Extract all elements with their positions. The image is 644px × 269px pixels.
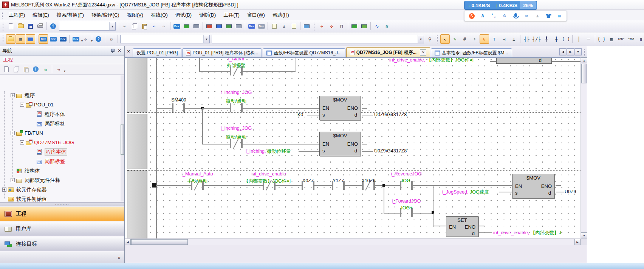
sogou-logo-icon[interactable]: S [467, 11, 477, 20]
punctuation-icon[interactable]: ’, [489, 11, 498, 20]
verify-with-plc-button[interactable] [224, 22, 234, 31]
help-button[interactable]: ? [48, 22, 58, 31]
rung-margin-1[interactable] [127, 58, 147, 112]
voice-input-icon[interactable] [511, 11, 520, 20]
sort-button[interactable]: ⇥▾ [54, 65, 63, 74]
nav-close-icon[interactable]: ✕ [117, 48, 122, 53]
tree-item-QD77MS16_JOG[interactable]: −QD77MS16_JOG [0, 138, 124, 147]
contact-sm400[interactable] [172, 103, 185, 112]
branch-mid-button[interactable]: ⊣ [499, 34, 509, 44]
nav-button-user-library[interactable]: 用户库 [0, 222, 124, 236]
scroll-up-icon[interactable]: ▲ [581, 57, 587, 63]
assign-var-button[interactable]: =VAR [626, 34, 636, 44]
redo-button[interactable]: ↷ [159, 22, 169, 31]
tabstrip-close-icon[interactable]: ✕ [125, 49, 132, 56]
undo-button[interactable]: ↶ [149, 22, 159, 31]
nav-button-connection[interactable]: 连接目标 [0, 237, 124, 251]
nav-button-project[interactable]: 工程 [0, 207, 124, 221]
device-display2-button[interactable]: Dev [48, 34, 58, 44]
monitor-write-button[interactable]: Dev [257, 22, 266, 31]
tree-item-结构体[interactable]: 结构体 [0, 166, 124, 175]
var-label-pair[interactable]: int_drive_enable, 【内部变数】JOG许可 [389, 57, 474, 63]
var-label[interactable]: int_drive_enable [251, 171, 286, 177]
function-block-button[interactable]: ▦ [607, 34, 616, 44]
open-contact-button[interactable]: ┤├ [522, 34, 531, 44]
tree-item-局部软元件注释[interactable]: +局部软元件注释 [0, 175, 124, 185]
open-contact-or-button[interactable]: ╀ [542, 34, 551, 44]
read-from-plc-button[interactable] [214, 22, 224, 31]
tab-基本指令: 函数/FB标签设置 $M...[interactable]: 基本指令: 函数/FB标签设置 $M... [431, 48, 512, 57]
copy-button[interactable] [130, 22, 139, 31]
var-label[interactable]: i_Alarm [228, 57, 244, 61]
device-label[interactable]: Y1Z7 [333, 178, 344, 183]
save-project-button[interactable] [26, 22, 35, 31]
cut-button[interactable]: ✂ [120, 22, 129, 31]
fb-mov3[interactable]: $MOV EN ENO s d [512, 174, 555, 198]
device-display3-button[interactable]: Dev [58, 34, 68, 44]
module-config-button[interactable]: ▦ [16, 34, 25, 44]
help2-button[interactable]: ? [94, 34, 103, 44]
branch-up-button[interactable]: ⊤ [489, 34, 499, 44]
var-assign-button[interactable]: VAR= [616, 34, 626, 44]
scroll-left-icon[interactable]: ◀ [125, 239, 131, 245]
scroll-down-icon[interactable]: ▼ [581, 232, 587, 238]
cross-batch-button[interactable]: ✛▾ [81, 34, 90, 44]
tree-item-局部标签[interactable]: 局部标签 [0, 157, 124, 166]
tab-设置 POU_01 [PRG][interactable]: 设置 POU_01 [PRG] [133, 48, 181, 57]
device-list-button[interactable]: ✜ [327, 22, 336, 31]
fb-set[interactable]: SET EN ENO d [446, 216, 478, 237]
ladder-canvas[interactable]: i_Alarm 外部报警 int_drive_enable, 【内部变数】JOG… [125, 57, 581, 238]
menu-在线(O)[interactable]: 在线(O) [147, 10, 172, 20]
tree-item-程序本体[interactable]: 程序本体 [0, 109, 124, 119]
tree-scrollbar[interactable] [121, 75, 124, 201]
tab-QD77MS16_JOG [FB] 程序...[interactable]: QD77MS16_JOG [FB] 程序...✕ [346, 47, 430, 57]
rising-pulse-button[interactable]: ⇈ [636, 34, 644, 44]
fb-block-partial[interactable]: d [496, 57, 552, 64]
menu-转换/编译(C)[interactable]: 转换/编译(C) [88, 10, 123, 20]
emoji-icon[interactable]: ☺ [500, 11, 509, 20]
remote-operation-button[interactable] [234, 22, 243, 31]
monitor-mode-button[interactable]: Dev [247, 22, 256, 31]
horizontal-scrollbar[interactable]: ◀ ▶ [125, 238, 581, 245]
new-data-button[interactable] [2, 65, 11, 74]
tree-item-程序[interactable]: −程序 [0, 91, 124, 100]
dropdown-arrow-icon[interactable]: ▾ [109, 22, 115, 30]
device-display1-button[interactable]: Dev [39, 34, 48, 44]
nav-more-chevron[interactable]: » [118, 255, 121, 260]
collapse-icon[interactable]: − [20, 140, 24, 144]
operand-dest[interactable]: U0Z9\G4317Z8 [374, 148, 407, 154]
device-comment-button[interactable]: Dev [172, 22, 181, 31]
var-label-pair[interactable]: i_Inching, 微动位移量 [246, 148, 291, 155]
menu-帮助(H)[interactable]: 帮助(H) [269, 10, 293, 20]
tree-item-局部标签[interactable]: 局部标签 [0, 119, 124, 128]
var-label-pair[interactable]: i_JogSpeed, JOG速度 [442, 189, 489, 195]
horizontal-scrollbar-thumb[interactable] [131, 239, 188, 245]
soft-keyboard-icon[interactable]: ⌨ [522, 11, 531, 20]
scroll-right-icon[interactable]: ▶ [574, 239, 581, 245]
device-label[interactable]: SM400 [171, 97, 186, 103]
tree-scrollbar-thumb[interactable] [121, 125, 124, 155]
paste-button[interactable] [139, 22, 149, 31]
branch-low-button[interactable]: ⊥ [509, 34, 519, 44]
menu-窗口(W)[interactable]: 窗口(W) [243, 10, 269, 20]
tab-window-list-icon[interactable]: ▼ [574, 48, 582, 55]
fb-mov2[interactable]: $MOV EN ENO s d [319, 132, 361, 156]
expand-icon[interactable]: + [11, 178, 15, 182]
find-button[interactable]: ⚇ [107, 34, 116, 44]
menu-调试(B)[interactable]: 调试(B) [172, 10, 195, 20]
operand-dest[interactable]: U0Z9\G4317Z8 [374, 112, 407, 117]
closed-contact-or-button[interactable]: ╂ [551, 34, 561, 44]
collapse-icon[interactable]: − [20, 103, 24, 107]
contact-inching-jog-nc[interactable] [230, 139, 243, 148]
tab-函数/FB标签设置 QD77MS16_J...[interactable]: 函数/FB标签设置 QD77MS16_J... [263, 48, 345, 57]
device-label[interactable]: X10Z6 [362, 178, 376, 183]
input-mode-icon[interactable]: A [478, 11, 488, 20]
tree-item-软元件初始值[interactable]: 软元件初始值 [0, 194, 124, 202]
find-next-button[interactable]: ⚲ [425, 34, 435, 44]
new-project-button[interactable] [6, 22, 15, 31]
menu-grip[interactable] [2, 11, 3, 19]
skin-icon[interactable] [543, 11, 553, 20]
guided-mode-button[interactable]: ♯ [470, 34, 479, 44]
ime-toolbar[interactable]: SA’,☺⌨♟⊞ [464, 11, 567, 21]
write-to-plc-button[interactable] [204, 22, 214, 31]
